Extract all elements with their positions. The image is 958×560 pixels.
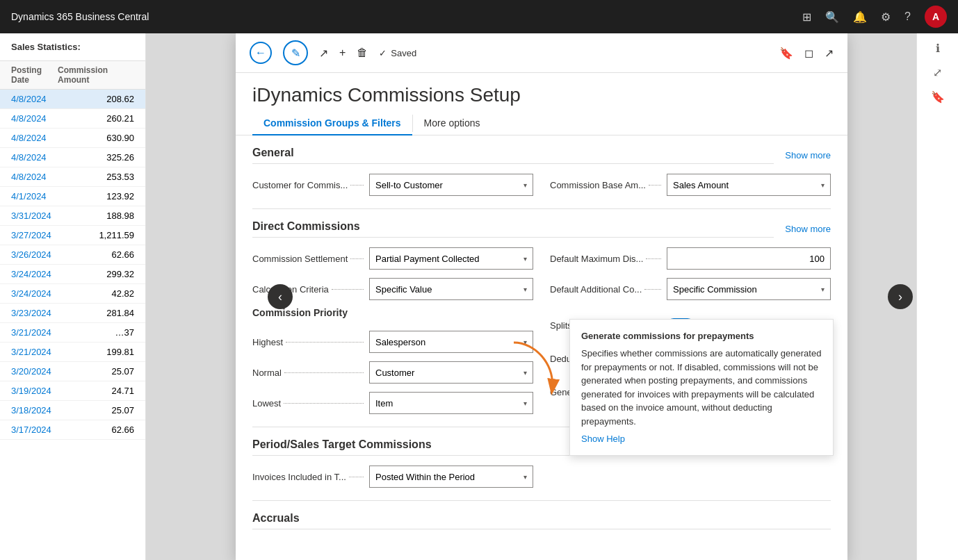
posting-date-cell: 4/8/2024 [11,152,47,163]
notifications-icon[interactable]: 🔔 [853,10,867,24]
amount-cell: 25.07 [111,405,134,415]
sidebar-col-header: Posting Date Commission Amount [0,61,145,90]
posting-date-cell: 3/21/2024 [11,347,51,357]
list-item[interactable]: 4/8/2024 630.90 [0,129,145,148]
expand-panel-icon[interactable]: ⤢ [933,66,942,79]
commission-settlement-select[interactable]: Partial Payment Collected ▾ [369,247,533,270]
commission-base-am-select[interactable]: Sales Amount ▾ [667,174,831,196]
general-section: General Show more Customer for Commis...… [236,135,847,208]
posting-date-cell: 3/20/2024 [11,366,51,377]
invoices-included-select[interactable]: Posted Within the Period ▾ [369,466,533,488]
amount-cell: 630.90 [106,133,134,143]
list-item[interactable]: 3/17/2024 62.66 [0,420,145,440]
calculation-criteria-select[interactable]: Specific Value ▾ [369,278,533,300]
delete-button[interactable]: 🗑 [357,47,368,59]
saved-indicator: ✓ Saved [379,48,416,58]
right-panel: ℹ ⤢ 🔖 [916,33,958,560]
list-item[interactable]: 4/8/2024 208.62 [0,90,145,109]
sidebar-title: Sales Statistics: [0,33,145,61]
accruals-title: Accruals [252,512,831,529]
posting-date-cell: 3/27/2024 [11,230,51,240]
modal-toolbar: ← ✎ ↗ + 🗑 ✓ Saved 🔖 ◻ ↗ [236,33,847,73]
amount-cell: 260.21 [106,113,134,124]
search-icon[interactable]: 🔍 [825,10,839,24]
chevron-down-icon: ▾ [821,181,825,189]
list-item[interactable]: 4/8/2024 253.53 [0,167,145,187]
nav-arrow-right[interactable]: › [888,284,913,309]
avatar[interactable]: A [925,6,947,28]
accruals-section: Accruals [236,501,847,549]
accruals-header: Accruals [252,512,831,529]
amount-cell: 62.66 [111,249,134,260]
list-item[interactable]: 4/8/2024 325.26 [0,148,145,167]
list-item[interactable]: 3/27/2024 1,211.59 [0,226,145,245]
help-icon[interactable]: ? [904,10,911,23]
list-item[interactable]: 3/24/2024 42.82 [0,284,145,304]
list-item[interactable]: 3/26/2024 62.66 [0,245,145,265]
list-item[interactable]: 3/20/2024 25.07 [0,362,145,381]
list-item[interactable]: 3/24/2024 299.32 [0,265,145,284]
list-item[interactable]: 3/21/2024 …37 [0,323,145,343]
posting-date-col-label: Posting Date [11,65,58,85]
bookmark-panel-icon[interactable]: 🔖 [931,90,945,104]
chevron-down-icon: ▾ [523,338,527,346]
list-item[interactable]: 3/31/2024 188.98 [0,206,145,226]
open-new-window-button[interactable]: ◻ [804,47,813,60]
apps-icon[interactable]: ⊞ [802,10,811,24]
invoices-included-field: Invoices Included in T... Posted Within … [252,464,533,489]
amount-cell: 188.98 [106,211,134,221]
toolbar-right: 🔖 ◻ ↗ [779,47,834,60]
commission-amount-col-label: Commission Amount [58,65,134,85]
main-layout: Sales Statistics: Posting Date Commissio… [0,33,958,560]
customer-for-commis-select[interactable]: Sell-to Customer ▾ [369,174,533,196]
top-nav-icons: ⊞ 🔍 🔔 ⚙ ? A [802,6,947,28]
normal-select[interactable]: Customer ▾ [369,361,533,384]
default-additional-co-select[interactable]: Specific Commission ▾ [667,278,831,300]
tab-commission-groups[interactable]: Commission Groups & Filters [252,112,412,135]
share-button[interactable]: ↗ [319,47,328,60]
lowest-select[interactable]: Item ▾ [369,392,533,414]
highest-select[interactable]: Salesperson ▾ [369,331,533,353]
chevron-down-icon: ▾ [523,400,527,407]
list-item[interactable]: 3/18/2024 25.07 [0,401,145,420]
list-item[interactable]: 3/19/2024 24.71 [0,381,145,401]
edit-button[interactable]: ✎ [283,40,308,65]
sidebar-table: 4/8/2024 208.62 4/8/2024 260.21 4/8/2024… [0,90,145,560]
tooltip-title: Generate commissions for prepayments [581,331,822,341]
tooltip-popup: Generate commissions for prepayments Spe… [569,319,834,456]
default-maximum-dis-input[interactable] [667,247,831,270]
customer-for-commis-field: Customer for Commis... Sell-to Customer … [252,172,533,197]
direct-commissions-show-more[interactable]: Show more [785,224,831,234]
calculation-criteria-field: Calculation Criteria Specific Value ▾ [252,277,533,302]
amount-cell: …37 [115,327,134,338]
general-show-more[interactable]: Show more [785,150,831,160]
chevron-down-icon: ▾ [523,181,527,189]
lowest-label: Lowest [252,398,364,409]
posting-date-cell: 3/17/2024 [11,425,51,435]
default-additional-co-field: Default Additional Co... Specific Commis… [550,277,831,302]
expand-button[interactable]: ↗ [825,47,834,60]
settings-icon[interactable]: ⚙ [881,10,891,24]
list-item[interactable]: 3/23/2024 281.84 [0,304,145,323]
amount-cell: 24.71 [111,386,134,396]
back-button[interactable]: ← [250,42,272,64]
bookmark-button[interactable]: 🔖 [779,47,793,60]
tab-more-options[interactable]: More options [413,112,492,135]
add-button[interactable]: + [339,47,346,59]
commission-base-am-field: Commission Base Am... Sales Amount ▾ [550,172,831,197]
chevron-down-icon: ▾ [523,369,527,377]
chevron-down-icon: ▾ [523,286,527,293]
default-maximum-dis-field: Default Maximum Dis... [550,246,831,271]
show-help-link[interactable]: Show Help [581,434,625,444]
toolbar-actions: ↗ + 🗑 ✓ Saved [319,47,768,60]
posting-date-cell: 3/31/2024 [11,211,51,221]
list-item[interactable]: 3/21/2024 199.81 [0,343,145,362]
list-item[interactable]: 4/1/2024 123.92 [0,187,145,206]
list-item[interactable]: 4/8/2024 260.21 [0,109,145,129]
normal-field: Normal Customer ▾ [252,360,533,385]
amount-cell: 1,211.59 [99,230,134,240]
nav-arrow-left[interactable]: ‹ [268,284,293,309]
normal-label: Normal [252,368,364,378]
posting-date-cell: 3/26/2024 [11,249,51,260]
info-icon[interactable]: ℹ [936,42,940,55]
